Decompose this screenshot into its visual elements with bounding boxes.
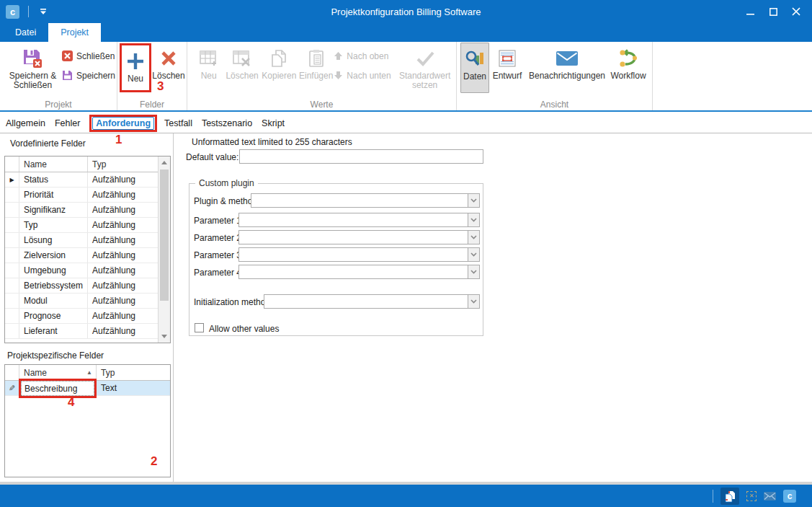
chevron-down-icon[interactable] (468, 213, 479, 226)
cell-typ[interactable]: Aufzählung (88, 218, 159, 232)
quick-access-chevron-icon[interactable] (37, 6, 49, 17)
view-daten-button[interactable]: Daten (460, 43, 489, 93)
chevron-down-icon[interactable] (468, 231, 479, 244)
page-tab-anforderung[interactable]: Anforderung (92, 117, 154, 130)
table-row[interactable]: Signifikanz Aufzählung (5, 203, 159, 218)
header-name[interactable]: Name (19, 156, 88, 172)
vertical-scrollbar[interactable] (158, 156, 170, 343)
delete-x-icon (159, 46, 178, 70)
cell-name[interactable]: Signifikanz (19, 203, 88, 217)
close-project-button[interactable]: Schließen (62, 50, 115, 62)
ribbon-tab-projekt[interactable]: Projekt (48, 23, 101, 42)
table-row[interactable]: Zielversion Aufzählung (5, 248, 159, 263)
header-typ[interactable]: Typ (97, 365, 170, 380)
parameter3-label: Parameter 3 (194, 250, 241, 260)
page-tab-testfall[interactable]: Testfall (164, 118, 192, 128)
view-workflow-button[interactable]: Workflow (609, 43, 648, 93)
cell-name[interactable]: Priorität (19, 188, 88, 202)
view-entwurf-button[interactable]: Entwurf (489, 43, 525, 93)
view-benachrichtigungen-button[interactable]: Benachrichtigungen (525, 43, 609, 93)
parameter1-dropdown[interactable] (238, 213, 480, 227)
chevron-down-icon[interactable] (468, 194, 479, 207)
cell-typ[interactable]: Aufzählung (88, 324, 159, 338)
scroll-down-icon[interactable] (159, 330, 170, 343)
cell-name[interactable]: Lieferant (19, 324, 88, 338)
page-tab-skript[interactable]: Skript (262, 118, 285, 128)
ribbon-group-projekt: Speichern & Schließen Schließen Speicher… (0, 42, 117, 110)
scrollbar-thumb[interactable] (160, 169, 169, 301)
table-row[interactable]: Lieferant Aufzählung (5, 324, 159, 339)
table-row[interactable]: ▶ Status Aufzählung (5, 172, 159, 188)
ribbon-tab-datei[interactable]: Datei (3, 23, 48, 42)
table-row[interactable]: Priorität Aufzählung (5, 188, 159, 203)
cell-name[interactable]: Modul (19, 294, 88, 308)
chevron-down-icon[interactable] (468, 248, 479, 261)
cell-name[interactable]: Typ (19, 218, 88, 232)
page-tab-fehler[interactable]: Fehler (55, 118, 80, 128)
cell-typ[interactable]: Aufzählung (88, 203, 159, 217)
cell-typ[interactable]: Aufzählung (88, 248, 159, 263)
chevron-down-icon[interactable] (468, 295, 479, 308)
scroll-up-icon[interactable] (159, 156, 170, 169)
panel-splitter[interactable] (173, 133, 174, 482)
view-daten-label: Daten (463, 72, 486, 81)
copy-value-label: Kopieren (262, 71, 296, 81)
cell-typ[interactable]: Aufzählung (88, 172, 159, 187)
header-name[interactable]: Name ▲ (19, 365, 97, 380)
parameter3-dropdown[interactable] (238, 247, 480, 262)
ribbon-spacer (653, 42, 812, 110)
statusbar-separator (713, 490, 713, 503)
annotation-number-1: 1 (115, 133, 122, 147)
copy-fields-status-icon[interactable] (720, 488, 739, 505)
set-default-label: Standardwert setzen (395, 71, 455, 90)
table-row[interactable]: Modul Aufzählung (5, 294, 159, 309)
table-row[interactable]: Lösung Aufzählung (5, 233, 159, 248)
selection-status-icon[interactable]: ✕ (746, 491, 757, 501)
save-project-label: Speichern (76, 71, 115, 81)
cell-typ[interactable]: Aufzählung (88, 263, 159, 278)
cell-name[interactable]: Umgebung (19, 263, 88, 278)
cell-typ[interactable]: Aufzählung (88, 188, 159, 202)
cell-typ[interactable]: Aufzählung (88, 278, 159, 293)
default-value-input[interactable] (239, 149, 483, 164)
parameter2-dropdown[interactable] (238, 230, 480, 244)
cell-name[interactable]: Prognose (19, 309, 88, 323)
allow-other-values-checkbox[interactable] (195, 323, 204, 332)
app-logo-status-icon[interactable]: c (783, 490, 796, 503)
cell-name[interactable]: Lösung (19, 233, 88, 247)
table-row[interactable]: Betriebssystem Aufzählung (5, 278, 159, 294)
table-row[interactable]: Umgebung Aufzählung (5, 263, 159, 278)
name-edit-field[interactable]: Beschreibung (21, 381, 94, 396)
cell-typ[interactable]: Aufzählung (88, 309, 159, 323)
field-type-info-text: Unformatted text limited to 255 characte… (192, 137, 352, 147)
app-logo-icon[interactable]: c (6, 5, 19, 19)
plugin-method-dropdown[interactable] (251, 193, 480, 208)
mail-status-icon[interactable] (764, 492, 776, 501)
minimize-button[interactable] (739, 1, 762, 22)
chevron-down-icon[interactable] (468, 265, 479, 278)
cell-typ[interactable]: Aufzählung (88, 294, 159, 308)
cell-typ[interactable]: Text (97, 381, 170, 395)
default-value-label: Default value: (186, 152, 238, 162)
cell-name[interactable]: Status (19, 172, 88, 187)
page-tab-allgemein[interactable]: Allgemein (6, 118, 45, 128)
close-button[interactable] (785, 1, 808, 22)
table-row[interactable]: Typ Aufzählung (5, 218, 159, 233)
group-label-werte: Werte (187, 100, 456, 110)
cell-typ[interactable]: Aufzählung (88, 233, 159, 247)
cell-name[interactable]: Zielversion (19, 248, 88, 263)
projekt-small-buttons: Schließen Speichern (62, 43, 115, 81)
save-project-button[interactable]: Speichern (62, 69, 115, 81)
save-and-close-button[interactable]: Speichern & Schließen (4, 43, 62, 93)
parameter4-dropdown[interactable] (238, 265, 480, 279)
table-row[interactable]: Prognose Aufzählung (5, 309, 159, 324)
init-method-dropdown[interactable] (264, 294, 480, 309)
cell-name[interactable]: Betriebssystem (19, 278, 88, 293)
maximize-button[interactable] (762, 1, 785, 22)
new-field-button[interactable]: Neu (122, 45, 149, 90)
header-typ[interactable]: Typ (88, 156, 159, 172)
ribbon-tab-strip: Datei Projekt (0, 23, 812, 42)
page-tab-testszenario[interactable]: Testszenario (202, 118, 252, 128)
new-field-label: Neu (128, 74, 143, 84)
table-row-selected[interactable]: ✎ Text Beschreibung (5, 381, 170, 396)
